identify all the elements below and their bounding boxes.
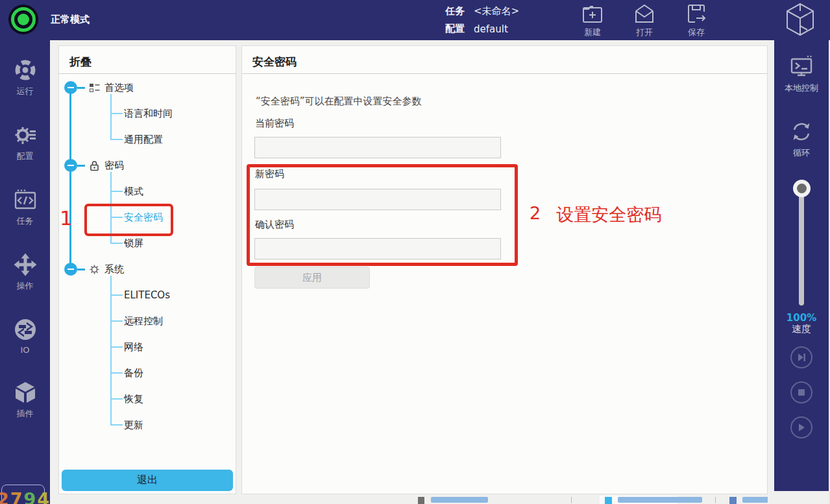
config-value: default (474, 23, 508, 35)
current-password-field[interactable] (254, 137, 501, 158)
sidebar-item-run[interactable]: 运行 (14, 58, 37, 97)
tree-item-elitecos[interactable]: ELITECOs (124, 282, 170, 308)
local-control-button[interactable]: 本地控制 (774, 54, 829, 94)
speed-slider-track[interactable] (799, 194, 804, 306)
loop-label: 循环 (793, 147, 810, 159)
tree-branch-line (110, 94, 112, 139)
divider (242, 73, 767, 74)
tree-label: 远程控制 (124, 315, 163, 328)
badge-digit: 4 (37, 489, 49, 504)
speed-readout: 100% 速度 (774, 313, 829, 335)
badge-digit: 9 (24, 489, 36, 504)
task-code-icon (14, 188, 37, 211)
collapse-header[interactable]: 折叠 (69, 54, 92, 69)
tree-trunk-line (69, 88, 71, 269)
sidebar-label-task: 任务 (17, 215, 34, 227)
open-task-label: 打开 (636, 27, 653, 38)
new-task-label: 新建 (584, 27, 601, 38)
open-task-button[interactable]: 打开 (624, 3, 665, 38)
save-task-label: 保存 (688, 27, 705, 38)
new-password-field[interactable] (254, 189, 501, 210)
local-control-icon (789, 54, 814, 79)
open-task-icon (633, 3, 656, 26)
annotation-step2-number: 2 (530, 203, 541, 226)
sidebar-label-jog: 操作 (17, 280, 34, 292)
tree-label: ELITECOs (124, 289, 170, 301)
speed-label: 速度 (774, 324, 829, 335)
status-text-fragment (431, 497, 488, 503)
tree-branch-line (110, 276, 112, 425)
annotation-step2: 2 设置安全密码 (530, 203, 661, 226)
status-text-fragment (742, 497, 768, 503)
brand-cube-icon (783, 2, 818, 37)
exit-button[interactable]: 退出 (62, 470, 233, 491)
tree-label: 首选项 (104, 82, 134, 94)
safety-password-panel: 安全密码 “安全密码”可以在配置中设置安全参数 当前密码 新密码 确认密码 应用 (241, 45, 768, 494)
tree-label: 网络 (124, 341, 143, 354)
stop-button[interactable] (790, 381, 812, 403)
tree-label: 系统 (104, 263, 124, 276)
tree-item-language-time[interactable]: 语言和时间 (124, 101, 173, 126)
status-icon (605, 497, 612, 504)
tree-item-restore[interactable]: 恢复 (124, 386, 143, 412)
app-screen: 正常模式 任务 <未命名> 配置 default 新建 (0, 0, 830, 504)
collapse-toggle-icon[interactable] (64, 81, 77, 94)
play-icon (796, 422, 807, 433)
tree-item-lock-screen[interactable]: 锁屏 (124, 230, 143, 256)
tree-item-general-config[interactable]: 通用配置 (124, 126, 163, 152)
tree-branch-line (110, 172, 112, 243)
tree-item-safety-password[interactable]: 安全密码 (124, 204, 163, 230)
stop-icon (796, 387, 807, 398)
tree-item-network[interactable]: 网络 (124, 334, 143, 360)
system-gear-icon (89, 264, 100, 275)
tree-item-remote-control[interactable]: 远程控制 (124, 308, 163, 334)
tree-label: 恢复 (124, 393, 143, 405)
loop-button[interactable]: 循环 (774, 119, 829, 159)
tree-label: 语言和时间 (124, 108, 173, 120)
new-task-icon (581, 3, 604, 26)
badge-digit: 2 (0, 489, 9, 504)
annotation-step2-text: 设置安全密码 (556, 203, 661, 226)
apply-button[interactable]: 应用 (254, 267, 370, 289)
speed-slider-knob[interactable] (793, 180, 811, 197)
current-password-label: 当前密码 (255, 117, 294, 130)
safety-checksum-badge: 2 7 9 4 (1, 485, 45, 504)
preferences-icon (89, 82, 100, 93)
tree-item-backup[interactable]: 备份 (124, 360, 143, 386)
tree-item-mode[interactable]: 模式 (124, 178, 143, 204)
tree-item-password[interactable]: 密码 (64, 152, 124, 178)
badge-digit: 7 (10, 489, 23, 504)
tree-label: 模式 (124, 186, 143, 198)
collapse-toggle-icon[interactable] (64, 159, 77, 172)
sidebar-item-io[interactable]: IO (14, 318, 37, 355)
sidebar-item-task[interactable]: 任务 (14, 188, 37, 227)
playback-controls (774, 346, 829, 438)
sidebar-item-jog[interactable]: 操作 (14, 253, 37, 292)
config-label: 配置 (445, 23, 470, 35)
tree-item-preferences[interactable]: 首选项 (64, 75, 134, 101)
sidebar-item-plugin[interactable]: 插件 (14, 381, 37, 420)
loop-icon (789, 119, 814, 144)
save-task-button[interactable]: 保存 (676, 3, 716, 38)
sidebar-label-config: 配置 (17, 150, 34, 162)
status-icon (729, 497, 737, 504)
tree-label: 密码 (104, 160, 124, 172)
tree-item-update[interactable]: 更新 (124, 412, 143, 438)
confirm-password-field[interactable] (254, 238, 501, 259)
sidebar-item-config[interactable]: 配置 (14, 123, 37, 162)
task-config-block: 任务 <未命名> 配置 default (445, 3, 519, 38)
tree-label: 备份 (124, 367, 143, 379)
collapse-toggle-icon[interactable] (64, 263, 77, 276)
tree-label: 更新 (124, 419, 143, 431)
tree-item-system[interactable]: 系统 (64, 256, 124, 282)
robot-status-logo (8, 5, 38, 34)
page-title: 安全密码 (252, 54, 297, 69)
jog-arrows-icon (14, 253, 37, 276)
status-icon (418, 497, 424, 504)
new-task-button[interactable]: 新建 (572, 3, 613, 38)
status-text-fragment (618, 497, 702, 503)
top-bar: 正常模式 任务 <未命名> 配置 default 新建 (0, 0, 830, 40)
play-button[interactable] (790, 416, 812, 438)
step-button[interactable] (790, 346, 812, 368)
status-dot-icon (18, 14, 29, 25)
